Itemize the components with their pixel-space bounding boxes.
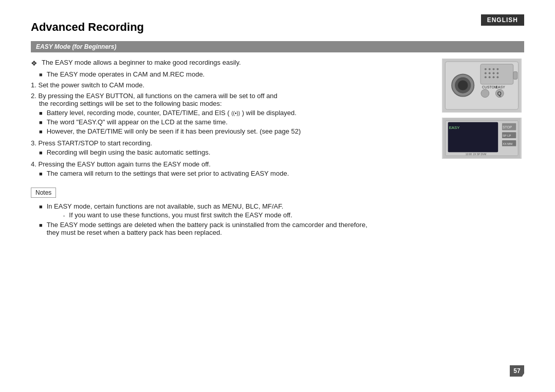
- section-header: EASY Mode (for Beginners): [31, 41, 524, 52]
- english-badge: ENGLISH: [481, 14, 524, 26]
- step-2-sub2-text: The word "EASY.Q" will appear on the LCD…: [47, 118, 228, 126]
- svg-point-13: [496, 72, 498, 74]
- square-icon-7: ■: [39, 203, 43, 210]
- step-4-sub1-text: The camera will return to the settings t…: [47, 170, 289, 177]
- step-4: 4. Pressing the EASY button again turns …: [31, 160, 432, 177]
- left-column: ❖ The EASY mode allows a beginner to mak…: [31, 59, 432, 236]
- square-icon-2: ■: [39, 110, 43, 116]
- svg-point-9: [496, 68, 498, 70]
- step-2-sub1: ■ Battery level, recording mode, counter…: [39, 109, 432, 117]
- svg-point-10: [485, 72, 487, 74]
- square-icon-3: ■: [39, 119, 43, 125]
- step-2: 2. By pressing the EASY BUTTON, all func…: [31, 92, 432, 135]
- step-2-sub3-text: However, the DATE/TIME will only be seen…: [47, 127, 301, 135]
- note-2: ■ The EASY mode settings are deleted whe…: [39, 221, 432, 236]
- svg-text:Q: Q: [497, 90, 501, 97]
- step-2-sub2: ■ The word "EASY.Q" will appear on the L…: [39, 118, 432, 126]
- step-3-sub1: ■ Recording will begin using the basic a…: [39, 148, 432, 156]
- page-number: 57: [510, 365, 524, 377]
- step-3: 3. Press START/STOP to start recording. …: [31, 139, 432, 156]
- intro-bullet-text: The EASY mode allows a beginner to make …: [42, 59, 241, 66]
- step-1: 1. Set the power switch to CAM mode.: [31, 81, 432, 89]
- step-4-text: Pressing the EASY button again turns the…: [38, 160, 210, 168]
- step-2-text: By pressing the EASY BUTTON, all functio…: [38, 92, 277, 100]
- svg-text:EASY: EASY: [449, 125, 460, 130]
- svg-text:SP  LP: SP LP: [503, 134, 511, 137]
- svg-text:EASY: EASY: [495, 85, 505, 89]
- step-2-num: 2.: [31, 92, 38, 100]
- note-2-content: The EASY mode settings are deleted when …: [47, 221, 367, 236]
- square-icon: ■: [39, 71, 43, 78]
- note-1-sub-text: If you want to use these functions, you …: [69, 211, 292, 219]
- note-1-text: In EASY mode, certain functions are not …: [47, 202, 284, 210]
- square-icon-4: ■: [39, 128, 43, 135]
- page-title: Advanced Recording: [31, 21, 524, 34]
- svg-rect-5: [480, 64, 513, 84]
- svg-point-17: [496, 76, 498, 78]
- svg-point-16: [493, 76, 495, 78]
- svg-point-12: [493, 72, 495, 74]
- square-icon-8: ■: [39, 222, 43, 228]
- square-icon-5: ■: [39, 150, 43, 156]
- step-1-num: 1.: [31, 81, 38, 89]
- lcd-screen-image: STOP EASY SP LP XX:MM 12:08 2X SP DVM: [442, 118, 522, 159]
- step-2-text-cont: the recording settings will be set to th…: [39, 100, 222, 107]
- step-1-text: Set the power switch to CAM mode.: [38, 81, 144, 89]
- note-2-text-cont: they must be reset when a battery pack h…: [47, 229, 222, 236]
- step-2-sub3: ■ However, the DATE/TIME will only be se…: [39, 127, 432, 135]
- step-2-sub1-text: Battery level, recording mode, counter, …: [47, 109, 297, 117]
- svg-text:XX:MM: XX:MM: [503, 142, 512, 145]
- crosshair-icon: ❖: [31, 59, 38, 67]
- svg-text:12:08: 12:08: [466, 153, 472, 156]
- note-2-text: The EASY mode settings are deleted when …: [47, 221, 367, 229]
- right-column: CUSTOM EASY Q: [442, 59, 524, 236]
- intro-bullet: ❖ The EASY mode allows a beginner to mak…: [31, 59, 432, 67]
- svg-point-4: [458, 80, 468, 90]
- camera-top-image: CUSTOM EASY Q: [442, 59, 522, 113]
- notes-section: Notes ■ In EASY mode, certain functions …: [31, 181, 432, 236]
- intro-sub-text: The EASY mode operates in CAM and M.REC …: [47, 70, 205, 78]
- dash-icon: -: [63, 212, 65, 218]
- svg-point-6: [485, 68, 487, 70]
- note-1-content: In EASY mode, certain functions are not …: [47, 202, 292, 219]
- page: ENGLISH Advanced Recording EASY Mode (fo…: [0, 0, 555, 392]
- svg-text:CUSTOM: CUSTOM: [482, 85, 497, 89]
- square-icon-6: ■: [39, 171, 43, 177]
- svg-point-8: [493, 68, 495, 70]
- svg-point-7: [489, 68, 491, 70]
- note-1-sub: - If you want to use these functions, yo…: [63, 211, 292, 219]
- svg-text:2X  SP  DVM: 2X SP DVM: [473, 153, 486, 156]
- main-content: ❖ The EASY mode allows a beginner to mak…: [31, 59, 524, 236]
- notes-box: Notes: [31, 188, 56, 198]
- intro-sub-bullet: ■ The EASY mode operates in CAM and M.RE…: [39, 70, 432, 78]
- svg-point-14: [485, 76, 487, 78]
- svg-point-11: [489, 72, 491, 74]
- svg-point-20: [481, 89, 489, 98]
- step-3-sub1-text: Recording will begin using the basic aut…: [47, 148, 211, 156]
- step-4-sub1: ■ The camera will return to the settings…: [39, 170, 432, 177]
- step-3-num: 3.: [31, 139, 38, 147]
- step-3-text: Press START/STOP to start recording.: [38, 139, 152, 147]
- svg-rect-23: [513, 72, 517, 80]
- svg-point-15: [489, 76, 491, 78]
- step-4-num: 4.: [31, 160, 38, 168]
- svg-text:STOP: STOP: [503, 125, 512, 129]
- note-1: ■ In EASY mode, certain functions are no…: [39, 202, 432, 219]
